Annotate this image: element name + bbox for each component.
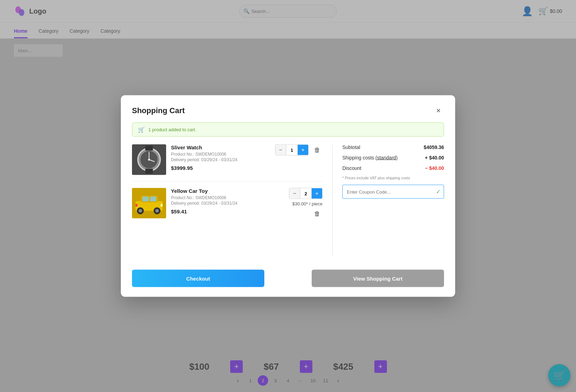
- modal-body: Sliver Watch Product No.: SWDEMO10006 De…: [132, 144, 444, 256]
- item-1-decrease-button[interactable]: −: [275, 145, 286, 155]
- shipping-type: (standard): [375, 155, 398, 160]
- cart-summary-section: Subtotal $4059.36 Shipping costs (standa…: [333, 144, 444, 256]
- item-2-unit-price: $30.00* / piece: [292, 201, 322, 206]
- item-2-decrease-button[interactable]: −: [289, 188, 300, 199]
- notification-text: 1 product added to cart.: [148, 127, 196, 132]
- item-2-delete-button[interactable]: 🗑: [312, 209, 322, 219]
- svg-rect-19: [161, 204, 163, 207]
- svg-point-18: [155, 209, 159, 213]
- item-2-price: $59.41: [171, 209, 281, 214]
- summary-subtotal-row: Subtotal $4059.36: [342, 144, 444, 150]
- item-1-image: [132, 144, 166, 175]
- item-1-name: Sliver Watch: [171, 144, 267, 150]
- coupon-input[interactable]: [342, 185, 444, 199]
- watch-image-svg: [132, 144, 166, 175]
- item-1-qty-control: − 1 +: [275, 144, 309, 156]
- item-2-product-no: Product No.: SWDEMO10006: [171, 195, 281, 200]
- item-2-name: Yellow Car Toy: [171, 188, 281, 194]
- modal-title: Shopping Cart: [132, 106, 185, 115]
- item-1-delete-button[interactable]: 🗑: [312, 145, 322, 155]
- item-2-delivery: Delivery period: 03/29/24 - 03/31/24: [171, 201, 281, 206]
- item-2-qty-value: 2: [300, 188, 312, 199]
- svg-point-16: [139, 209, 142, 213]
- summary-shipping-row: Shipping costs (standard) + $40.00: [342, 155, 444, 160]
- checkout-button[interactable]: Checkout: [132, 270, 264, 287]
- vat-note: * Prices include VAT plus shipping costs: [342, 176, 444, 180]
- discount-value: − $40.00: [425, 165, 444, 171]
- svg-rect-13: [142, 197, 149, 202]
- subtotal-value: $4059.36: [424, 144, 444, 150]
- modal-header: Shopping Cart ×: [132, 105, 444, 116]
- svg-rect-8: [145, 146, 153, 151]
- cart-item-1: Sliver Watch Product No.: SWDEMO10006 De…: [132, 144, 322, 182]
- item-2-increase-button[interactable]: +: [312, 188, 322, 199]
- coupon-check-icon: ✓: [436, 188, 441, 195]
- coupon-wrap: ✓: [342, 185, 444, 199]
- item-1-details: Sliver Watch Product No.: SWDEMO10006 De…: [171, 144, 267, 171]
- item-1-delivery: Delivery period: 03/29/24 - 03/31/24: [171, 157, 267, 162]
- shipping-label: Shipping costs (standard): [342, 155, 398, 160]
- item-2-image: [132, 188, 166, 219]
- item-1-increase-button[interactable]: +: [298, 145, 308, 155]
- subtotal-label: Subtotal: [342, 144, 360, 150]
- item-2-qty-control: − 2 +: [289, 188, 322, 199]
- item-1-product-no: Product No.: SWDEMO10006: [171, 152, 267, 157]
- shipping-value: + $40.00: [425, 155, 444, 160]
- discount-label: Discount: [342, 165, 361, 171]
- item-2-controls: − 2 + $30.00* / piece 🗑: [289, 188, 322, 219]
- item-1-qty-value: 1: [286, 145, 298, 155]
- modal-footer: Checkout View Shopping Cart: [132, 266, 444, 287]
- cart-notification: 🛒 1 product added to cart.: [132, 123, 444, 137]
- item-1-price: $3999.95: [171, 165, 267, 171]
- svg-rect-9: [145, 169, 153, 174]
- view-cart-button[interactable]: View Shopping Cart: [312, 270, 444, 287]
- item-1-controls: − 1 + 🗑: [275, 144, 322, 156]
- svg-rect-14: [150, 197, 156, 202]
- notification-icon: 🛒: [138, 126, 145, 133]
- summary-discount-row: Discount − $40.00: [342, 165, 444, 171]
- svg-rect-20: [135, 204, 138, 207]
- cart-item-2: Yellow Car Toy Product No.: SWDEMO10006 …: [132, 188, 322, 219]
- shopping-cart-modal: Shopping Cart × 🛒 1 product added to car…: [121, 95, 455, 297]
- modal-close-button[interactable]: ×: [433, 105, 444, 116]
- cart-items-section: Sliver Watch Product No.: SWDEMO10006 De…: [132, 144, 333, 256]
- car-image-svg: [132, 188, 166, 219]
- item-2-details: Yellow Car Toy Product No.: SWDEMO10006 …: [171, 188, 281, 214]
